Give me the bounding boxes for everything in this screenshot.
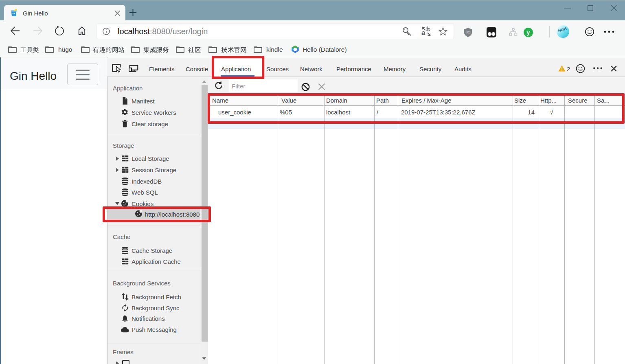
svg-text:y: y	[527, 29, 530, 36]
svg-text:uO: uO	[465, 30, 470, 34]
